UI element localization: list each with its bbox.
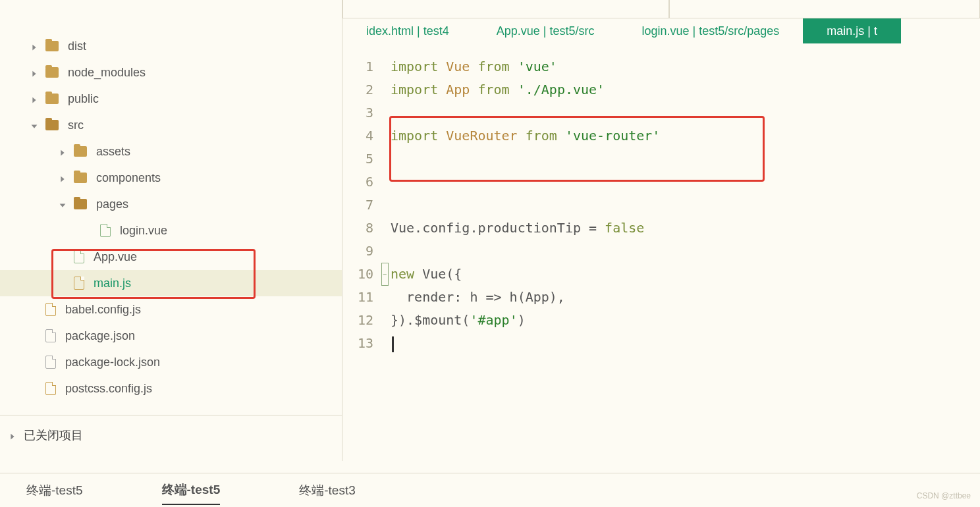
tree-label: App.vue bbox=[94, 250, 137, 264]
tree-label: public bbox=[68, 92, 99, 106]
chevron-right-icon bbox=[58, 147, 67, 156]
tree-label: package.json bbox=[65, 329, 135, 343]
closed-projects-label: 已关闭项目 bbox=[24, 427, 83, 443]
folder-icon bbox=[45, 93, 59, 104]
tree-label: babel.config.js bbox=[65, 303, 141, 317]
line-number: 13 bbox=[342, 332, 379, 355]
tree-item-assets[interactable]: assets bbox=[0, 138, 342, 165]
folder-open-icon bbox=[74, 199, 87, 209]
terminal-tab-test5-1[interactable]: 终端-test5 bbox=[26, 477, 83, 504]
tab-login-vue[interactable]: login.vue | test5/src/pages bbox=[618, 18, 803, 43]
line-number: 3 bbox=[342, 101, 379, 124]
line-number-gutter: 12345678910111213 bbox=[342, 43, 379, 461]
tree-item-node-modules[interactable]: node_modules bbox=[0, 59, 342, 86]
tree-label: node_modules bbox=[68, 66, 146, 80]
code-line[interactable] bbox=[391, 332, 980, 355]
code-line[interactable] bbox=[391, 147, 980, 171]
chevron-right-icon bbox=[30, 41, 39, 51]
code-editor[interactable]: 12345678910111213 − import Vue from 'vue… bbox=[342, 43, 980, 461]
code-line[interactable] bbox=[391, 240, 980, 263]
tree-label: assets bbox=[96, 145, 130, 159]
terminal-tab-test5-2[interactable]: 终端-test5 bbox=[162, 476, 221, 505]
file-tree-sidebar: dist node_modules public src assets comp… bbox=[0, 0, 342, 461]
terminal-tab-test3[interactable]: 终端-test3 bbox=[299, 477, 356, 504]
tree-item-package-lock[interactable]: package-lock.json bbox=[0, 349, 342, 375]
tree-label: main.js bbox=[94, 277, 131, 290]
text-cursor bbox=[392, 336, 394, 352]
tab-main-js[interactable]: main.js | t bbox=[803, 18, 901, 43]
folder-icon bbox=[74, 173, 87, 183]
tree-label: pages bbox=[96, 198, 128, 211]
code-content[interactable]: import Vue from 'vue'import App from './… bbox=[391, 43, 980, 461]
tree-label: login.vue bbox=[120, 224, 167, 238]
toolbar-placeholder bbox=[342, 0, 980, 18]
folder-icon bbox=[45, 67, 59, 78]
tree-label: postcss.config.js bbox=[65, 382, 152, 396]
tree-item-package-json[interactable]: package.json bbox=[0, 323, 342, 349]
tab-app-vue[interactable]: App.vue | test5/src bbox=[473, 18, 618, 43]
bottom-panel-tabs: 终端-test5 终端-test5 终端-test3 bbox=[0, 473, 980, 507]
vue-file-icon bbox=[74, 250, 84, 263]
code-line[interactable]: Vue.config.productionTip = false bbox=[391, 217, 980, 240]
folder-icon bbox=[45, 41, 59, 51]
folder-open-icon bbox=[45, 120, 59, 130]
editor-tabs: idex.html | test4 App.vue | test5/src lo… bbox=[342, 18, 980, 43]
line-number: 9 bbox=[342, 240, 379, 263]
tree-item-pages[interactable]: pages bbox=[0, 191, 342, 217]
code-line[interactable]: render: h => h(App), bbox=[391, 286, 980, 309]
code-line[interactable] bbox=[391, 171, 980, 194]
fold-toggle-icon[interactable]: − bbox=[381, 263, 389, 286]
tree-item-public[interactable]: public bbox=[0, 86, 342, 112]
line-number: 12 bbox=[342, 309, 379, 332]
js-file-icon bbox=[45, 303, 56, 316]
line-number: 5 bbox=[342, 147, 379, 171]
vue-file-icon bbox=[100, 224, 111, 237]
line-number: 7 bbox=[342, 194, 379, 217]
tab-index-html[interactable]: idex.html | test4 bbox=[342, 18, 473, 43]
line-number: 2 bbox=[342, 78, 379, 101]
tree-item-postcss-config[interactable]: postcss.config.js bbox=[0, 375, 342, 402]
code-line[interactable]: import Vue from 'vue' bbox=[391, 55, 980, 78]
chevron-down-icon bbox=[58, 200, 67, 209]
tree-item-src[interactable]: src bbox=[0, 112, 342, 138]
json-file-icon bbox=[45, 329, 56, 342]
tree-item-main-js[interactable]: main.js bbox=[0, 270, 342, 296]
code-line[interactable]: import VueRouter from 'vue-router' bbox=[391, 124, 980, 147]
code-line[interactable]: }).$mount('#app') bbox=[391, 309, 980, 332]
tree-item-components[interactable]: components bbox=[0, 165, 342, 191]
chevron-down-icon bbox=[30, 120, 39, 130]
closed-projects-section[interactable]: 已关闭项目 bbox=[0, 415, 342, 455]
tree-label: src bbox=[68, 119, 84, 132]
chevron-right-icon bbox=[8, 431, 17, 440]
js-file-icon bbox=[74, 277, 84, 290]
line-number: 10 bbox=[342, 263, 379, 286]
watermark: CSDN @zttbee bbox=[917, 491, 971, 500]
chevron-right-icon bbox=[30, 68, 39, 77]
line-number: 6 bbox=[342, 171, 379, 194]
chevron-right-icon bbox=[58, 173, 67, 182]
line-number: 1 bbox=[342, 55, 379, 78]
line-number: 4 bbox=[342, 124, 379, 147]
chevron-right-icon bbox=[30, 94, 39, 103]
json-file-icon bbox=[45, 356, 56, 369]
tree-label: dist bbox=[68, 40, 86, 53]
tree-item-dist[interactable]: dist bbox=[0, 33, 342, 59]
line-number: 8 bbox=[342, 217, 379, 240]
code-line[interactable]: import App from './App.vue' bbox=[391, 78, 980, 101]
tree-item-login-vue[interactable]: login.vue bbox=[0, 217, 342, 244]
fold-column: − bbox=[379, 43, 391, 461]
tree-label: components bbox=[96, 171, 161, 185]
tree-item-babel-config[interactable]: babel.config.js bbox=[0, 296, 342, 323]
code-line[interactable] bbox=[391, 101, 980, 124]
editor-main: idex.html | test4 App.vue | test5/src lo… bbox=[342, 0, 980, 461]
tree-label: package-lock.json bbox=[65, 356, 160, 369]
tree-item-app-vue[interactable]: App.vue bbox=[0, 244, 342, 270]
js-file-icon bbox=[45, 382, 56, 395]
code-line[interactable]: new Vue({ bbox=[391, 263, 980, 286]
line-number: 11 bbox=[342, 286, 379, 309]
folder-icon bbox=[74, 146, 87, 157]
code-line[interactable] bbox=[391, 194, 980, 217]
